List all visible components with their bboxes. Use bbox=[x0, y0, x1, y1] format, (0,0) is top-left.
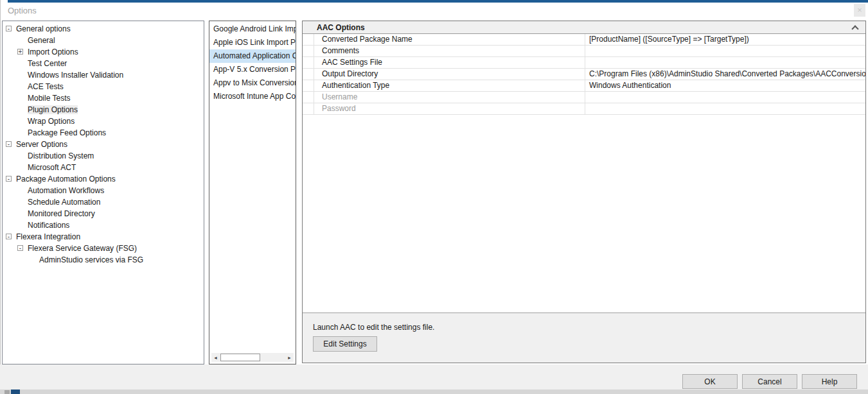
row-value-field[interactable]: [ProductName] ([SourceType] => [TargetTy… bbox=[585, 34, 865, 45]
dialog-title: Options bbox=[8, 6, 37, 15]
close-icon[interactable]: × bbox=[854, 4, 865, 17]
tree-item-import-options[interactable]: +Import Options bbox=[3, 46, 204, 58]
scroll-right-icon[interactable]: ► bbox=[285, 354, 294, 362]
tree-item-adminstudio-services-via-fsg[interactable]: AdminStudio services via FSG bbox=[3, 254, 204, 266]
tree-item-ace-tests[interactable]: ACE Tests bbox=[3, 81, 204, 92]
tree-item-microsoft-act[interactable]: Microsoft ACT bbox=[3, 162, 204, 173]
tree-item-windows-installer-validation[interactable]: Windows Installer Validation bbox=[3, 69, 204, 81]
grid-row-converted-package-name[interactable]: Converted Package Name [ProductName] ([S… bbox=[303, 34, 865, 46]
aac-options-panel: AAC Options Converted Package Name [Prod… bbox=[302, 21, 866, 363]
grid-row-comments[interactable]: Comments bbox=[303, 46, 865, 57]
plugin-item-appv-to-msix[interactable]: Appv to Msix Conversion bbox=[209, 76, 296, 90]
row-gutter bbox=[303, 57, 314, 68]
row-value-field[interactable] bbox=[585, 46, 865, 56]
scroll-left-icon[interactable]: ◄ bbox=[211, 354, 220, 362]
aac-options-header[interactable]: AAC Options bbox=[303, 21, 865, 34]
plugin-item-appv-5x[interactable]: App-V 5.x Conversion Plu bbox=[209, 63, 296, 76]
dialog-footer bbox=[0, 364, 868, 390]
collapse-box-icon[interactable]: - bbox=[6, 234, 12, 239]
scrollbar-thumb[interactable] bbox=[220, 354, 260, 361]
expand-box-icon[interactable]: + bbox=[17, 49, 23, 55]
tree-item-package-automation-options[interactable]: -Package Automation Options bbox=[3, 173, 204, 185]
tree-item-flexera-service-gateway[interactable]: -Flexera Service Gateway (FSG) bbox=[3, 243, 204, 254]
tree-item-mobile-tests[interactable]: Mobile Tests bbox=[3, 92, 204, 104]
options-tree: -General options General +Import Options… bbox=[2, 21, 204, 364]
plugin-item-google-android[interactable]: Google Android Link Imp bbox=[209, 22, 296, 36]
tree-item-wrap-options[interactable]: Wrap Options bbox=[3, 116, 204, 127]
bottom-edge-strip bbox=[0, 390, 868, 394]
launch-aac-note: Launch AAC to edit the settings file. bbox=[313, 323, 865, 332]
tree-item-schedule-automation[interactable]: Schedule Automation bbox=[3, 196, 204, 208]
tree-item-plugin-options[interactable]: Plugin Options bbox=[3, 104, 204, 116]
row-gutter bbox=[303, 34, 314, 45]
tree-item-notifications[interactable]: Notifications bbox=[3, 219, 204, 231]
row-value-field bbox=[585, 103, 865, 114]
tree-item-general-options[interactable]: -General options bbox=[3, 23, 204, 35]
grid-row-password[interactable]: Password bbox=[303, 103, 865, 115]
window-left-edge bbox=[0, 0, 1, 390]
tree-item-general[interactable]: General bbox=[3, 35, 204, 46]
horizontal-scrollbar[interactable]: ◄ ► bbox=[211, 353, 294, 362]
plugin-item-automated-application-conversion[interactable]: Automated Application C bbox=[209, 49, 296, 63]
grid-row-authentication-type[interactable]: Authentication Type Windows Authenticati… bbox=[303, 80, 865, 92]
options-dialog: Options × -General options General +Impo… bbox=[0, 0, 868, 394]
row-gutter bbox=[303, 92, 314, 103]
launch-aac-section: Launch AAC to edit the settings file. Ed… bbox=[303, 313, 865, 363]
collapse-box-icon[interactable]: - bbox=[17, 245, 23, 251]
tree-item-automation-workflows[interactable]: Automation Workflows bbox=[3, 185, 204, 196]
grid-row-username[interactable]: Username bbox=[303, 92, 865, 103]
row-gutter bbox=[303, 103, 314, 114]
collapse-box-icon[interactable]: - bbox=[6, 176, 12, 182]
plugin-item-microsoft-intune[interactable]: Microsoft Intune App Co bbox=[209, 90, 296, 103]
aac-options-title: AAC Options bbox=[317, 23, 365, 32]
edit-settings-button[interactable]: Edit Settings bbox=[313, 336, 377, 352]
ok-button[interactable]: OK bbox=[682, 374, 738, 389]
accent-top-line bbox=[8, 0, 868, 3]
row-value-field[interactable]: C:\Program Files (x86)\AdminStudio Share… bbox=[585, 69, 865, 80]
collapse-box-icon[interactable]: - bbox=[6, 141, 12, 147]
row-gutter bbox=[303, 80, 314, 91]
collapse-box-icon[interactable]: - bbox=[6, 26, 12, 31]
row-gutter bbox=[303, 69, 314, 80]
row-value-field[interactable] bbox=[585, 57, 865, 68]
tree-item-package-feed-options[interactable]: Package Feed Options bbox=[3, 127, 204, 139]
row-gutter bbox=[303, 46, 314, 56]
grid-row-output-directory[interactable]: Output Directory C:\Program Files (x86)\… bbox=[303, 69, 865, 80]
row-value-field[interactable]: Windows Authentication bbox=[585, 80, 865, 91]
tree-item-distribution-system[interactable]: Distribution System bbox=[3, 150, 204, 162]
tree-item-flexera-integration[interactable]: -Flexera Integration bbox=[3, 231, 204, 243]
plugin-item-apple-ios[interactable]: Apple iOS Link Import Plu bbox=[209, 36, 296, 49]
tree-item-monitored-directory[interactable]: Monitored Directory bbox=[3, 208, 204, 219]
cancel-button[interactable]: Cancel bbox=[742, 374, 797, 389]
row-value-field bbox=[585, 92, 865, 103]
chevron-up-icon[interactable] bbox=[851, 25, 858, 32]
bottom-gray-tile bbox=[4, 390, 10, 394]
tree-item-server-options[interactable]: -Server Options bbox=[3, 139, 204, 150]
help-button[interactable]: Help bbox=[802, 374, 857, 389]
plugin-list: Google Android Link Imp Apple iOS Link I… bbox=[209, 21, 296, 364]
tree-item-test-center[interactable]: Test Center bbox=[3, 58, 204, 69]
grid-row-aac-settings-file[interactable]: AAC Settings File bbox=[303, 57, 865, 69]
bottom-blue-tile bbox=[11, 390, 20, 394]
